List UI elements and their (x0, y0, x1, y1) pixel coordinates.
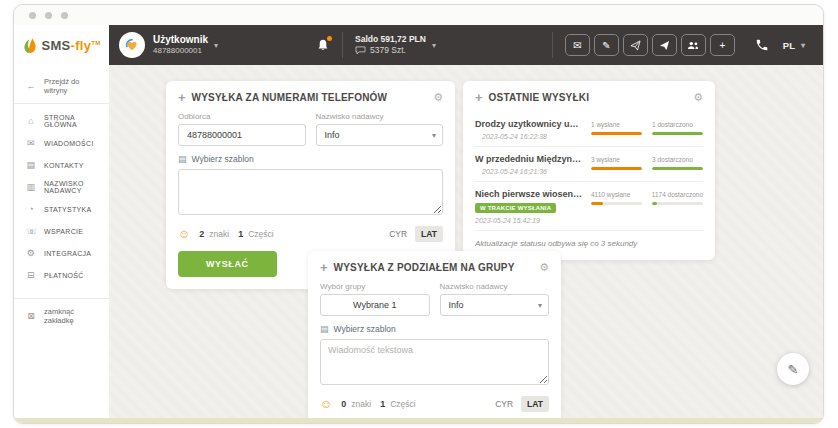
status-refresh-note: Aktualizacje statusu odbywa się co 3 sek… (475, 239, 703, 248)
card-title: WYSYŁKA ZA NUMERAMI TELEFONÓW (192, 92, 388, 103)
notification-dot (327, 36, 332, 41)
status-badge: W TRAKCIE WYSŁANIA (475, 203, 556, 213)
template-link-label: Wybierz szablon (192, 154, 254, 164)
delivered-label: 1174 dostarczono (652, 191, 703, 198)
sender-select[interactable]: Info ▾ (316, 124, 444, 146)
plane-outline-channel-button[interactable] (623, 34, 648, 56)
emoji-picker-icon[interactable]: ☺ (178, 228, 190, 240)
plane-filled-channel-button[interactable] (652, 34, 677, 56)
avatar[interactable] (119, 32, 145, 58)
notifications-button[interactable] (316, 38, 330, 53)
sent-stat: 4110 wysłane (591, 191, 642, 224)
move-icon[interactable]: + (178, 91, 186, 104)
sidebar-back-link[interactable]: ← Przejdź do witryny (14, 71, 109, 104)
back-arrow-icon: ← (26, 81, 36, 91)
group-label: Wybór grupy (320, 282, 430, 291)
chars-label: znaki (351, 399, 371, 409)
balance-block[interactable]: Saldo 591,72 PLN 5379 Szt. (355, 34, 426, 57)
sidebar-item-statystyka[interactable]: ◔ STATYSTYKA (14, 198, 109, 220)
card-header: + WYSYŁKA Z PODZIAŁEM NA GRUPY ⚙ (320, 261, 549, 274)
window-chrome (14, 5, 823, 25)
sidebar-item-integracja[interactable]: ⚙ INTEGRACJA (14, 242, 109, 264)
sender-value: Info (325, 130, 340, 140)
envelope-icon: ✉ (573, 40, 581, 51)
template-link-label: Wybierz szablon (334, 324, 396, 334)
recent-item[interactable]: Niech pierwsze wiosenne promi... W TRAKC… (475, 182, 703, 231)
paper-plane-outline-icon (630, 40, 641, 51)
sidebar-item-kontakty[interactable]: ▤ KONTAKTY (14, 154, 109, 176)
group-select-input[interactable] (320, 294, 430, 316)
payment-icon: ⊟ (26, 270, 36, 280)
sidebar-item-nazwisko-nadawcy[interactable]: ▥ NAZWISKO NADAWCY (14, 176, 109, 198)
sent-label: 3 wysłane (591, 156, 642, 163)
delivered-progress-bar (652, 132, 703, 135)
pencil-channel-button[interactable]: ✎ (594, 34, 619, 56)
sidebar-back-label: Przejdź do witryny (44, 77, 99, 95)
move-icon[interactable]: + (320, 261, 328, 274)
recent-item-meta: W TRAKCIE WYSŁANIA 2023-05-24 15:42:19 (475, 203, 583, 224)
language-selector[interactable]: PL ▾ (783, 40, 811, 51)
recent-item[interactable]: W przededniu Międzynarodowe... 2023-05-2… (475, 147, 703, 182)
edit-fab-button[interactable]: ✎ (777, 353, 809, 385)
window-dot[interactable] (45, 12, 52, 19)
units-row: 5379 Szt. (355, 45, 426, 56)
cyr-toggle-button[interactable]: CYR (489, 396, 519, 412)
chevron-down-icon[interactable]: ▾ (432, 41, 436, 50)
flame-icon (22, 37, 38, 54)
card-title: WYSYŁKA Z PODZIAŁEM NA GRUPY (334, 262, 515, 273)
lat-toggle-button[interactable]: LAT (415, 226, 443, 242)
chevron-down-icon: ▾ (538, 301, 542, 310)
recent-item-title: W przededniu Międzynarodowe... (475, 154, 583, 164)
bottom-strip (14, 418, 823, 423)
gear-icon[interactable]: ⚙ (693, 92, 703, 103)
phone-button[interactable] (755, 38, 769, 52)
avatar-icon (124, 37, 140, 53)
user-phone: 48788000001 (153, 46, 208, 56)
envelope-channel-button[interactable]: ✉ (565, 34, 590, 56)
brand-logo[interactable]: SMS-flyTM (14, 25, 109, 65)
recent-item-title: Niech pierwsze wiosenne promi... (475, 189, 583, 199)
recipient-input[interactable] (178, 124, 306, 146)
sidebar-close-tab[interactable]: ⊠ zamknąć zakładkę (14, 298, 109, 333)
card-header: + OSTATNIE WYSYŁKI ⚙ (475, 91, 703, 104)
sidebar-item-wsparcie[interactable]: ☏ WSPARCIE (14, 220, 109, 242)
home-icon: ⌂ (26, 116, 36, 126)
parts-label: Części (390, 399, 416, 409)
message-textarea[interactable] (178, 169, 443, 215)
sidebar-item-platnosc[interactable]: ⊟ PŁATNOŚĆ (14, 264, 109, 286)
sidebar-item-wiadomosci[interactable]: ✉ WIADOMOŚCI (14, 132, 109, 154)
recent-item[interactable]: Drodzy uzytkownicy uslugi SMS-... 2023-0… (475, 112, 703, 147)
lat-toggle-button[interactable]: LAT (521, 396, 549, 412)
mail-icon: ✉ (26, 138, 36, 148)
choose-template-link[interactable]: ▤ Wybierz szablon (178, 154, 443, 164)
group-channel-button[interactable] (681, 34, 706, 56)
sender-label: Nazwisko nadawcy (316, 112, 444, 121)
gear-icon[interactable]: ⚙ (433, 92, 443, 103)
message-textarea[interactable] (320, 339, 549, 385)
user-menu[interactable]: Użytkownik 48788000001 (153, 34, 208, 56)
window-dot[interactable] (61, 12, 68, 19)
message-bubble-icon (355, 46, 366, 55)
move-icon[interactable]: + (475, 91, 483, 104)
cyr-toggle-button[interactable]: CYR (383, 226, 413, 242)
sidebar-item-label: INTEGRACJA (44, 250, 91, 257)
close-tab-icon: ⊠ (26, 311, 36, 321)
recent-item-title: Drodzy uzytkownicy uslugi SMS-... (475, 119, 583, 129)
integration-icon: ⚙ (26, 248, 36, 258)
add-channel-button[interactable]: + (710, 34, 735, 56)
support-icon: ☏ (26, 226, 36, 236)
gear-icon[interactable]: ⚙ (539, 262, 549, 273)
sender-select[interactable]: Info ▾ (440, 294, 550, 316)
window-dot[interactable] (29, 12, 36, 19)
send-button[interactable]: WYSŁAĆ (178, 251, 277, 277)
divider (552, 32, 553, 58)
sidebar-item-label: WIADOMOŚCI (44, 140, 94, 147)
recent-item-stats: 3 wysłane 3 dostarczono (591, 154, 703, 175)
sidebar-item-label: WSPARCIE (44, 228, 83, 235)
emoji-picker-icon[interactable]: ☺ (320, 398, 332, 410)
topbar: SMS-flyTM Użytkownik 48788000001 ▾ (14, 25, 823, 65)
choose-template-link[interactable]: ▤ Wybierz szablon (320, 324, 549, 334)
sidebar-item-strona-glowna[interactable]: ⌂ STRONA GŁÓWNA (14, 110, 109, 132)
chevron-down-icon[interactable]: ▾ (214, 41, 218, 50)
recent-item-stats: 4110 wysłane 1174 dostarczono (591, 189, 703, 224)
